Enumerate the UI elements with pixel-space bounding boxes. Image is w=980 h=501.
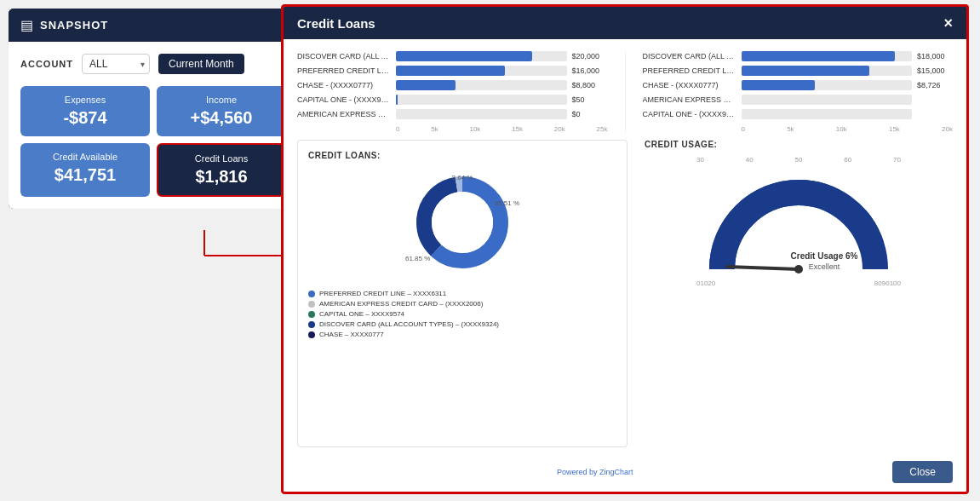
account-select-wrapper: ALL bbox=[82, 54, 150, 74]
gauge-content: 30 40 50 60 70 bbox=[645, 156, 953, 287]
bar-track-0 bbox=[396, 51, 567, 61]
legend-text-1: AMERICAN EXPRESS CREDIT CARD – (XXXX2006… bbox=[319, 300, 483, 308]
right-bar-row-4: CAPITAL ONE - (XXXX9574) bbox=[643, 109, 954, 119]
bar-track-4 bbox=[396, 109, 567, 119]
gauge-bottom-labels: 0 10 20 80 90 100 bbox=[696, 279, 901, 287]
legend-dot-3 bbox=[308, 321, 315, 328]
right-bar-value-2: $8,726 bbox=[917, 81, 953, 89]
card-expenses-value: -$874 bbox=[31, 108, 140, 128]
legend-text-2: CAPITAL ONE – XXXX9574 bbox=[319, 310, 404, 318]
right-bar-value-0: $18,000 bbox=[917, 52, 953, 60]
legend-dot-0 bbox=[308, 291, 315, 297]
bar-label-2: CHASE - (XXXX0777) bbox=[297, 81, 391, 89]
card-income-value: +$4,560 bbox=[167, 108, 276, 128]
bar-row-1: PREFERRED CREDIT LINE -... $16,000 bbox=[297, 66, 608, 76]
right-bar-value-1: $15,000 bbox=[917, 66, 953, 75]
modal-footer: Powered by ZingChart Close bbox=[284, 454, 966, 492]
right-bar-label-1: PREFERRED CREDIT LINE -... bbox=[643, 66, 736, 75]
donut-content: 2.64 % 35.51 % 61.85 % PREFERRED CREDIT … bbox=[308, 167, 616, 436]
right-bar-fill-2 bbox=[742, 80, 815, 90]
right-bar-row-1: PREFERRED CREDIT LINE -... $15,000 bbox=[643, 66, 954, 76]
card-credit-loans-label: Credit Loans bbox=[169, 153, 274, 164]
right-bar-fill-0 bbox=[742, 51, 895, 61]
snapshot-icon: ▤ bbox=[20, 17, 33, 33]
bar-row-2: CHASE - (XXXX0777) $8,800 bbox=[297, 80, 608, 90]
bar-value-1: $16,000 bbox=[572, 66, 608, 75]
legend-text-3: DISCOVER CARD (ALL ACCOUNT TYPES) – (XXX… bbox=[319, 320, 499, 328]
gauge-needle-center bbox=[794, 265, 803, 274]
legend-item-3: DISCOVER CARD (ALL ACCOUNT TYPES) – (XXX… bbox=[308, 320, 616, 328]
bar-row-3: CAPITAL ONE - (XXXX9574) $50 bbox=[297, 95, 608, 105]
right-bar-label-4: CAPITAL ONE - (XXXX9574) bbox=[643, 110, 736, 118]
bar-track-1 bbox=[396, 66, 567, 76]
bar-label-1: PREFERRED CREDIT LINE -... bbox=[297, 66, 391, 75]
close-button[interactable]: Close bbox=[892, 461, 953, 483]
card-expenses-label: Expenses bbox=[31, 95, 140, 105]
legend-dot-4 bbox=[308, 331, 315, 338]
right-bar-fill-1 bbox=[742, 66, 869, 76]
legend-text-0: PREFERRED CREDIT LINE – XXXX6311 bbox=[319, 290, 446, 297]
right-bar-track-1 bbox=[742, 66, 913, 76]
bar-row-0: DISCOVER CARD (ALL ACC... $20,000 bbox=[297, 51, 608, 61]
right-bar-row-2: CHASE - (XXXX0777) $8,726 bbox=[643, 80, 954, 90]
modal-title: Credit Loans bbox=[297, 16, 375, 31]
bar-fill-3 bbox=[396, 95, 398, 105]
right-bar-label-3: AMERICAN EXPRESS CRED... bbox=[643, 95, 736, 104]
modal-overlay: Credit Loans × DISCOVER CARD (ALL ACC...… bbox=[281, 4, 969, 494]
card-income[interactable]: Income +$4,560 bbox=[157, 86, 286, 136]
powered-by: Powered by ZingChart bbox=[557, 468, 633, 476]
right-bar-row-3: AMERICAN EXPRESS CRED... bbox=[643, 95, 954, 105]
month-button[interactable]: Current Month bbox=[158, 54, 244, 74]
bar-fill-2 bbox=[396, 80, 456, 90]
card-expenses[interactable]: Expenses -$874 bbox=[20, 86, 150, 136]
bar-row-4: AMERICAN EXPRESS CRED... $0 bbox=[297, 109, 608, 119]
bar-value-3: $50 bbox=[572, 95, 608, 104]
legend-item-1: AMERICAN EXPRESS CREDIT CARD – (XXXX2006… bbox=[308, 300, 616, 308]
right-bar-track-3 bbox=[742, 95, 913, 105]
account-label: ACCOUNT bbox=[20, 59, 73, 69]
arrow-connector bbox=[200, 226, 294, 260]
account-row: ACCOUNT ALL Current Month bbox=[20, 54, 286, 74]
bar-fill-1 bbox=[396, 66, 505, 76]
donut-legend: PREFERRED CREDIT LINE – XXXX6311 AMERICA… bbox=[308, 290, 616, 341]
right-bar-label-0: DISCOVER CARD (ALL ACC... bbox=[643, 52, 736, 60]
donut-pct-large: 35.51 % bbox=[495, 199, 519, 207]
card-credit-available[interactable]: Credit Available $41,751 bbox=[20, 143, 150, 197]
donut-wrapper: 2.64 % 35.51 % 61.85 % bbox=[407, 167, 518, 278]
legend-item-4: CHASE – XXXX0777 bbox=[308, 331, 616, 338]
gauge-svg: Credit Usage 6% Excellent bbox=[696, 167, 901, 278]
card-credit-available-value: $41,751 bbox=[31, 165, 140, 185]
snapshot-title: SNAPSHOT bbox=[40, 19, 108, 32]
account-select[interactable]: ALL bbox=[82, 54, 150, 74]
donut-labels: 2.64 % 35.51 % 61.85 % bbox=[407, 167, 518, 278]
snapshot-header: ▤ SNAPSHOT bbox=[9, 9, 298, 42]
gauge-rating-label: Excellent bbox=[809, 262, 840, 271]
card-credit-available-label: Credit Available bbox=[31, 152, 140, 162]
bar-track-3 bbox=[396, 95, 567, 105]
modal-close-button[interactable]: × bbox=[943, 15, 953, 31]
donut-pct-medium: 61.85 % bbox=[405, 255, 430, 262]
donut-pct-small: 2.64 % bbox=[452, 174, 473, 181]
card-credit-loans-value: $1,816 bbox=[169, 167, 274, 187]
charts-top: DISCOVER CARD (ALL ACC... $20,000 PREFER… bbox=[284, 39, 966, 140]
right-xaxis: 05k10k15k20k bbox=[643, 124, 954, 133]
bar-track-2 bbox=[396, 80, 567, 90]
bar-value-0: $20,000 bbox=[572, 52, 608, 60]
bar-label-0: DISCOVER CARD (ALL ACC... bbox=[297, 52, 391, 60]
gauge-needle bbox=[727, 267, 799, 269]
donut-section: CREDIT LOANS: bbox=[297, 140, 628, 447]
gauge-section: CREDIT USAGE: 30 40 50 60 70 bbox=[645, 140, 953, 447]
legend-item-0: PREFERRED CREDIT LINE – XXXX6311 bbox=[308, 290, 616, 297]
modal-header: Credit Loans × bbox=[284, 7, 966, 39]
cards-grid: Expenses -$874 Income +$4,560 Credit Ava… bbox=[20, 86, 286, 197]
charts-bottom: CREDIT LOANS: bbox=[284, 140, 966, 454]
gauge-top-labels: 30 40 50 60 70 bbox=[696, 156, 901, 164]
right-bar-row-0: DISCOVER CARD (ALL ACC... $18,000 bbox=[643, 51, 954, 61]
right-bar-track-2 bbox=[742, 80, 913, 90]
card-credit-loans[interactable]: Credit Loans $1,816 bbox=[157, 143, 286, 197]
snapshot-panel: ▤ SNAPSHOT ACCOUNT ALL Current Month Exp… bbox=[9, 9, 298, 209]
right-bar-label-2: CHASE - (XXXX0777) bbox=[643, 81, 736, 89]
bar-fill-0 bbox=[396, 51, 532, 61]
right-bar-track-0 bbox=[742, 51, 913, 61]
bar-label-3: CAPITAL ONE - (XXXX9574) bbox=[297, 95, 391, 104]
